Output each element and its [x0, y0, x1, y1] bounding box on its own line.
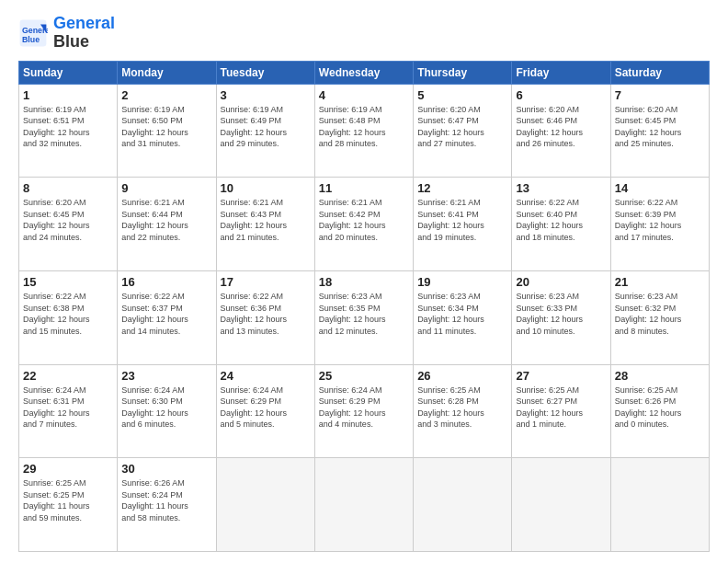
day-cell: 13Sunrise: 6:22 AM Sunset: 6:40 PM Dayli…	[512, 178, 610, 271]
day-info: Sunrise: 6:22 AM Sunset: 6:37 PM Dayligh…	[121, 291, 211, 337]
day-cell: 19Sunrise: 6:23 AM Sunset: 6:34 PM Dayli…	[414, 270, 512, 364]
day-number: 23	[121, 369, 211, 383]
weekday-header-thursday: Thursday	[414, 61, 512, 84]
day-info: Sunrise: 6:24 AM Sunset: 6:31 PM Dayligh…	[23, 385, 113, 431]
weekday-header-tuesday: Tuesday	[216, 61, 314, 84]
day-number: 26	[417, 369, 507, 383]
day-number: 13	[516, 181, 606, 195]
page: General Blue GeneralBlue SundayMondayTue…	[0, 0, 728, 563]
day-number: 4	[319, 88, 409, 102]
day-cell: 2Sunrise: 6:19 AM Sunset: 6:50 PM Daylig…	[118, 84, 216, 178]
day-info: Sunrise: 6:19 AM Sunset: 6:51 PM Dayligh…	[23, 104, 113, 150]
day-cell: 4Sunrise: 6:19 AM Sunset: 6:48 PM Daylig…	[314, 84, 413, 178]
day-info: Sunrise: 6:23 AM Sunset: 6:32 PM Dayligh…	[615, 291, 705, 337]
day-cell: 15Sunrise: 6:22 AM Sunset: 6:38 PM Dayli…	[19, 270, 118, 364]
day-number: 20	[516, 275, 606, 289]
day-number: 6	[516, 88, 606, 102]
day-cell	[512, 458, 610, 552]
day-number: 10	[221, 181, 311, 195]
day-info: Sunrise: 6:25 AM Sunset: 6:28 PM Dayligh…	[417, 385, 507, 431]
day-number: 30	[121, 462, 211, 476]
day-cell: 16Sunrise: 6:22 AM Sunset: 6:37 PM Dayli…	[118, 270, 216, 364]
day-info: Sunrise: 6:20 AM Sunset: 6:45 PM Dayligh…	[615, 104, 705, 150]
day-cell: 9Sunrise: 6:21 AM Sunset: 6:44 PM Daylig…	[118, 178, 216, 271]
weekday-header-monday: Monday	[118, 61, 216, 84]
day-info: Sunrise: 6:22 AM Sunset: 6:40 PM Dayligh…	[516, 197, 606, 243]
day-number: 14	[615, 181, 705, 195]
day-cell: 14Sunrise: 6:22 AM Sunset: 6:39 PM Dayli…	[610, 178, 709, 271]
day-cell	[414, 458, 512, 552]
day-cell: 7Sunrise: 6:20 AM Sunset: 6:45 PM Daylig…	[610, 84, 709, 178]
day-cell	[314, 458, 413, 552]
week-row-1: 1Sunrise: 6:19 AM Sunset: 6:51 PM Daylig…	[19, 84, 710, 178]
day-cell: 3Sunrise: 6:19 AM Sunset: 6:49 PM Daylig…	[216, 84, 314, 178]
logo-text: GeneralBlue	[53, 15, 115, 52]
weekday-header-saturday: Saturday	[610, 61, 709, 84]
day-number: 5	[417, 88, 507, 102]
day-number: 21	[615, 275, 705, 289]
day-number: 8	[23, 181, 113, 195]
day-number: 9	[121, 181, 211, 195]
day-info: Sunrise: 6:24 AM Sunset: 6:30 PM Dayligh…	[121, 385, 211, 431]
week-row-5: 29Sunrise: 6:25 AM Sunset: 6:25 PM Dayli…	[19, 458, 710, 552]
day-number: 17	[221, 275, 311, 289]
day-info: Sunrise: 6:24 AM Sunset: 6:29 PM Dayligh…	[319, 385, 409, 431]
day-number: 27	[516, 369, 606, 383]
day-number: 1	[23, 88, 113, 102]
day-number: 24	[221, 369, 311, 383]
logo-icon: General Blue	[18, 18, 48, 48]
day-number: 22	[23, 369, 113, 383]
day-cell: 18Sunrise: 6:23 AM Sunset: 6:35 PM Dayli…	[314, 270, 413, 364]
day-cell: 5Sunrise: 6:20 AM Sunset: 6:47 PM Daylig…	[414, 84, 512, 178]
day-info: Sunrise: 6:25 AM Sunset: 6:25 PM Dayligh…	[23, 477, 113, 523]
weekday-header-friday: Friday	[512, 61, 610, 84]
day-info: Sunrise: 6:26 AM Sunset: 6:24 PM Dayligh…	[121, 477, 211, 523]
day-info: Sunrise: 6:21 AM Sunset: 6:44 PM Dayligh…	[121, 197, 211, 243]
day-number: 19	[417, 275, 507, 289]
weekday-header-sunday: Sunday	[19, 61, 118, 84]
day-info: Sunrise: 6:23 AM Sunset: 6:34 PM Dayligh…	[417, 291, 507, 337]
header: General Blue GeneralBlue	[18, 15, 710, 52]
day-cell: 17Sunrise: 6:22 AM Sunset: 6:36 PM Dayli…	[216, 270, 314, 364]
day-cell	[610, 458, 709, 552]
day-number: 29	[23, 462, 113, 476]
day-info: Sunrise: 6:21 AM Sunset: 6:42 PM Dayligh…	[319, 197, 409, 243]
day-cell: 27Sunrise: 6:25 AM Sunset: 6:27 PM Dayli…	[512, 364, 610, 458]
day-number: 2	[121, 88, 211, 102]
day-info: Sunrise: 6:22 AM Sunset: 6:36 PM Dayligh…	[221, 291, 311, 337]
weekday-header-row: SundayMondayTuesdayWednesdayThursdayFrid…	[19, 61, 710, 84]
day-info: Sunrise: 6:22 AM Sunset: 6:38 PM Dayligh…	[23, 291, 113, 337]
day-cell: 8Sunrise: 6:20 AM Sunset: 6:45 PM Daylig…	[19, 178, 118, 271]
day-info: Sunrise: 6:19 AM Sunset: 6:49 PM Dayligh…	[221, 104, 311, 150]
day-info: Sunrise: 6:20 AM Sunset: 6:46 PM Dayligh…	[516, 104, 606, 150]
day-number: 7	[615, 88, 705, 102]
day-number: 16	[121, 275, 211, 289]
day-info: Sunrise: 6:19 AM Sunset: 6:50 PM Dayligh…	[121, 104, 211, 150]
day-cell: 21Sunrise: 6:23 AM Sunset: 6:32 PM Dayli…	[610, 270, 709, 364]
day-cell: 11Sunrise: 6:21 AM Sunset: 6:42 PM Dayli…	[314, 178, 413, 271]
day-number: 18	[319, 275, 409, 289]
day-info: Sunrise: 6:21 AM Sunset: 6:43 PM Dayligh…	[221, 197, 311, 243]
weekday-header-wednesday: Wednesday	[314, 61, 413, 84]
day-info: Sunrise: 6:20 AM Sunset: 6:47 PM Dayligh…	[417, 104, 507, 150]
week-row-2: 8Sunrise: 6:20 AM Sunset: 6:45 PM Daylig…	[19, 178, 710, 271]
day-cell: 12Sunrise: 6:21 AM Sunset: 6:41 PM Dayli…	[414, 178, 512, 271]
day-info: Sunrise: 6:24 AM Sunset: 6:29 PM Dayligh…	[221, 385, 311, 431]
day-cell: 28Sunrise: 6:25 AM Sunset: 6:26 PM Dayli…	[610, 364, 709, 458]
week-row-3: 15Sunrise: 6:22 AM Sunset: 6:38 PM Dayli…	[19, 270, 710, 364]
day-cell: 1Sunrise: 6:19 AM Sunset: 6:51 PM Daylig…	[19, 84, 118, 178]
day-cell: 29Sunrise: 6:25 AM Sunset: 6:25 PM Dayli…	[19, 458, 118, 552]
day-cell: 6Sunrise: 6:20 AM Sunset: 6:46 PM Daylig…	[512, 84, 610, 178]
day-info: Sunrise: 6:20 AM Sunset: 6:45 PM Dayligh…	[23, 197, 113, 243]
day-cell: 23Sunrise: 6:24 AM Sunset: 6:30 PM Dayli…	[118, 364, 216, 458]
day-number: 28	[615, 369, 705, 383]
day-info: Sunrise: 6:25 AM Sunset: 6:27 PM Dayligh…	[516, 385, 606, 431]
week-row-4: 22Sunrise: 6:24 AM Sunset: 6:31 PM Dayli…	[19, 364, 710, 458]
day-number: 12	[417, 181, 507, 195]
day-info: Sunrise: 6:22 AM Sunset: 6:39 PM Dayligh…	[615, 197, 705, 243]
day-cell: 10Sunrise: 6:21 AM Sunset: 6:43 PM Dayli…	[216, 178, 314, 271]
day-info: Sunrise: 6:21 AM Sunset: 6:41 PM Dayligh…	[417, 197, 507, 243]
day-number: 15	[23, 275, 113, 289]
day-number: 3	[221, 88, 311, 102]
day-cell: 30Sunrise: 6:26 AM Sunset: 6:24 PM Dayli…	[118, 458, 216, 552]
